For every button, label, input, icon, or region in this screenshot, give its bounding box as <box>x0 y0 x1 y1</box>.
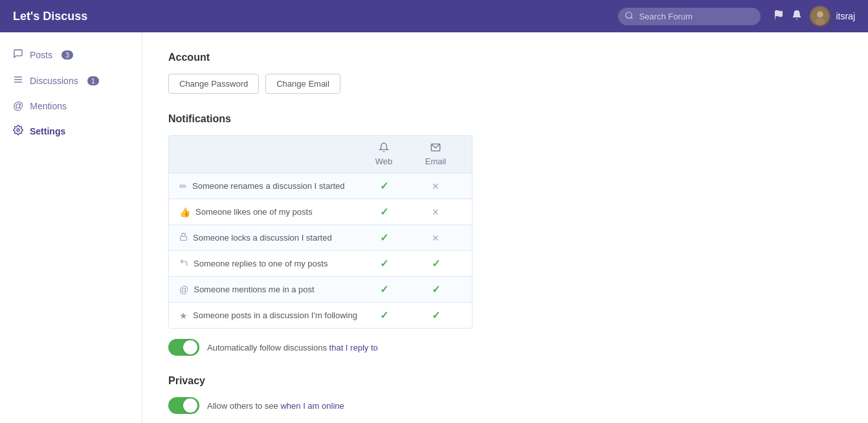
toggle-knob <box>183 398 197 413</box>
account-title: Account <box>168 52 842 63</box>
email-column-header: Email <box>410 142 462 166</box>
privacy-online-label: Allow others to see when I am online <box>207 401 344 411</box>
layout: Posts 3 Discussions 1 @ Mentions Sett <box>0 32 868 423</box>
notifications-title: Notifications <box>168 113 842 125</box>
star-icon: ★ <box>179 310 188 321</box>
notif-likes-web[interactable]: ✓ <box>358 206 410 218</box>
notif-locks-web[interactable]: ✓ <box>358 232 410 244</box>
header-actions: itsraj <box>773 6 855 27</box>
thumbsup-icon: 👍 <box>179 207 190 217</box>
check-icon: ✓ <box>380 232 388 243</box>
check-icon: ✓ <box>380 258 388 269</box>
discussions-badge: 1 <box>87 76 99 85</box>
username-label: itsraj <box>836 11 855 21</box>
notif-locks-label: Someone locks a discussion I started <box>193 233 332 243</box>
privacy-online-toggle[interactable] <box>168 397 199 414</box>
privacy-online-row: Allow others to see when I am online <box>168 397 842 414</box>
auto-follow-highlight: that I reply to <box>329 343 378 352</box>
notif-replies-label: Someone replies to one of my posts <box>194 259 328 268</box>
notif-row-mentions: @ Someone mentions me in a post ✓ ✓ <box>169 276 472 302</box>
discussions-icon <box>13 74 23 87</box>
notif-replies-web[interactable]: ✓ <box>358 257 410 270</box>
sidebar-item-settings[interactable]: Settings <box>0 118 142 144</box>
svg-point-5 <box>816 18 825 25</box>
notif-renames-label: Someone renames a discussion I started <box>192 181 345 191</box>
notif-locks-email[interactable]: ✕ <box>410 233 462 243</box>
sidebar-item-discussions[interactable]: Discussions 1 <box>0 68 142 94</box>
x-icon: ✕ <box>432 233 440 243</box>
check-icon: ✓ <box>432 284 440 295</box>
notif-row-likes: 👍 Someone likes one of my posts ✓ ✕ <box>169 199 472 224</box>
email-icon <box>430 142 441 155</box>
auto-follow-toggle[interactable] <box>168 339 199 356</box>
notif-renames-web[interactable]: ✓ <box>358 180 410 192</box>
privacy-title: Privacy <box>168 375 842 387</box>
user-section[interactable]: itsraj <box>810 6 855 27</box>
notifications-icon[interactable] <box>792 10 802 23</box>
account-section: Account Change Password Change Email <box>168 52 842 94</box>
check-icon: ✓ <box>380 310 388 321</box>
search-wrapper <box>618 8 761 25</box>
notif-renames-email[interactable]: ✕ <box>410 181 462 191</box>
bell-icon <box>379 142 389 155</box>
notifications-header: Web Email <box>169 136 472 173</box>
notifications-section: Notifications Web <box>168 113 842 356</box>
avatar <box>810 6 830 27</box>
email-label: Email <box>425 157 447 166</box>
privacy-online-highlight: when I am online <box>280 401 344 411</box>
x-icon: ✕ <box>432 181 440 191</box>
change-password-button[interactable]: Change Password <box>168 74 259 94</box>
app-title: Let's Discuss <box>13 10 618 23</box>
sidebar-item-posts[interactable]: Posts 3 <box>0 42 142 68</box>
check-icon: ✓ <box>380 284 388 295</box>
lock-icon <box>179 232 188 243</box>
notif-replies-email[interactable]: ✓ <box>410 257 462 270</box>
mentions-label: Mentions <box>30 101 67 111</box>
svg-rect-11 <box>181 236 187 240</box>
check-icon: ✓ <box>380 206 388 217</box>
web-label: Web <box>375 157 393 166</box>
notif-row-replies: Someone replies to one of my posts ✓ ✓ <box>169 250 472 276</box>
mentions-icon: @ <box>13 100 23 112</box>
sidebar: Posts 3 Discussions 1 @ Mentions Sett <box>0 32 142 423</box>
x-icon: ✕ <box>432 207 440 217</box>
notif-following-web[interactable]: ✓ <box>358 309 410 321</box>
posts-icon <box>13 49 23 61</box>
check-icon: ✓ <box>432 310 440 321</box>
notif-mentions-email[interactable]: ✓ <box>410 283 462 296</box>
check-icon: ✓ <box>380 180 388 191</box>
notif-likes-label: Someone likes one of my posts <box>195 207 313 217</box>
web-column-header: Web <box>358 142 410 166</box>
check-icon: ✓ <box>432 258 440 269</box>
notif-row-following: ★ Someone posts in a discussion I'm foll… <box>169 302 472 328</box>
svg-point-4 <box>818 11 824 17</box>
search-input[interactable] <box>618 8 761 25</box>
settings-label: Settings <box>30 126 65 136</box>
notif-likes-email[interactable]: ✕ <box>410 207 462 217</box>
change-email-button[interactable]: Change Email <box>265 74 340 94</box>
notif-row-locks: Someone locks a discussion I started ✓ ✕ <box>169 224 472 250</box>
discussions-label: Discussions <box>30 76 78 86</box>
main-content: Account Change Password Change Email Not… <box>142 32 868 423</box>
sidebar-item-mentions[interactable]: @ Mentions <box>0 94 142 118</box>
svg-point-9 <box>17 129 19 131</box>
posts-badge: 3 <box>61 50 73 60</box>
pencil-icon: ✏ <box>179 181 187 191</box>
notif-mentions-web[interactable]: ✓ <box>358 283 410 296</box>
notif-following-label: Someone posts in a discussion I'm follow… <box>193 310 357 320</box>
settings-icon <box>13 125 23 138</box>
account-buttons: Change Password Change Email <box>168 74 842 94</box>
flag-icon[interactable] <box>773 10 784 23</box>
auto-follow-label: Automatically follow discussions that I … <box>207 343 378 352</box>
notif-following-email[interactable]: ✓ <box>410 309 462 321</box>
auto-follow-row: Automatically follow discussions that I … <box>168 339 842 356</box>
posts-label: Posts <box>30 50 52 60</box>
toggle-knob <box>183 340 197 354</box>
notifications-table: Web Email ✏ Someone <box>168 135 473 329</box>
notif-row-renames: ✏ Someone renames a discussion I started… <box>169 173 472 199</box>
notif-mentions-label: Someone mentions me in a post <box>194 285 314 294</box>
privacy-section: Privacy Allow others to see when I am on… <box>168 375 842 414</box>
reply-icon <box>179 258 188 269</box>
header: Let's Discuss <box>0 0 868 32</box>
at-icon: @ <box>179 285 188 295</box>
